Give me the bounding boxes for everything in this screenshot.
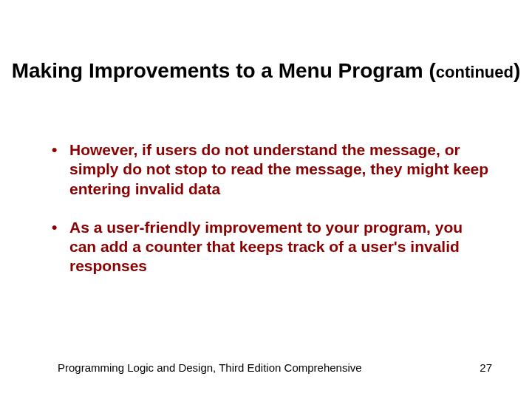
bullet-item: However, if users do not understand the …: [49, 140, 492, 199]
bullet-list: However, if users do not understand the …: [49, 140, 492, 276]
bullet-item: As a user-friendly improvement to your p…: [49, 218, 492, 276]
slide-body: However, if users do not understand the …: [49, 140, 492, 296]
title-continued: continued: [436, 63, 514, 81]
footer-text: Programming Logic and Design, Third Edit…: [58, 361, 362, 374]
title-main: Making Improvements to a Menu Program (: [12, 59, 436, 82]
page-number: 27: [480, 361, 492, 374]
slide: Making Improvements to a Menu Program (c…: [0, 0, 532, 399]
slide-title: Making Improvements to a Menu Program (c…: [0, 58, 532, 83]
title-close: ): [514, 59, 520, 82]
